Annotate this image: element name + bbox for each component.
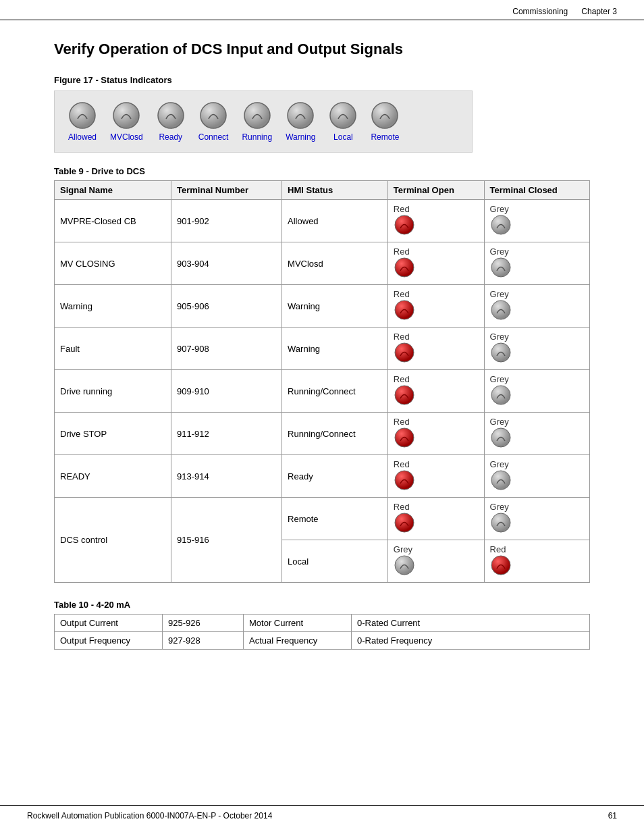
- indicator-local: Local: [329, 101, 357, 142]
- ready-icon: [157, 101, 185, 130]
- indicator-local-label: Local: [333, 132, 353, 142]
- grey-circle-icon: [394, 554, 415, 576]
- col-terminal-open: Terminal Open: [387, 181, 484, 200]
- grey-circle-icon: [490, 299, 512, 321]
- footer-page-number: 61: [608, 811, 617, 820]
- table-row: MVPRE-Closed CB 901-902 Allowed Red Grey: [55, 200, 590, 242]
- grey-circle-icon: [490, 384, 512, 406]
- terminal-open-cell: Red: [387, 498, 484, 540]
- indicator-mvclosd-label: MVClosd: [110, 132, 143, 142]
- allowed-icon: [68, 101, 97, 130]
- terminal-closed-cell: Grey: [484, 498, 589, 540]
- indicator-connect: Connect: [198, 101, 229, 142]
- running-icon: [243, 101, 271, 130]
- grey-circle-icon: [490, 427, 512, 448]
- signal-name-cell: Drive running: [55, 370, 171, 413]
- svg-point-0: [70, 103, 95, 128]
- connect-icon: [199, 101, 227, 130]
- hmi-status-cell: MVClosd: [282, 242, 388, 285]
- terminal-open-cell: Red: [387, 413, 484, 455]
- col-signal-name: Signal Name: [55, 181, 171, 200]
- table10-label: Table 10 - 4-20 mA: [54, 600, 590, 610]
- indicator-remote-label: Remote: [371, 132, 399, 142]
- red-circle-icon: [394, 384, 415, 406]
- terminal-number-cell: 915-916: [171, 498, 282, 583]
- terminal-number-cell: 909-910: [171, 370, 282, 413]
- table-row: Output Current 925-926 Motor Current 0-R…: [55, 615, 590, 632]
- indicator-connect-label: Connect: [198, 132, 229, 142]
- hmi-status-cell: Warning: [282, 328, 388, 370]
- red-circle-icon: [394, 512, 415, 533]
- indicator-ready-label: Ready: [159, 132, 182, 142]
- page-header: Commissioning Chapter 3: [0, 0, 644, 20]
- table-row: READY 913-914 Ready Red Grey: [55, 455, 590, 498]
- table-row: DCS control 915-916 Remote Red Grey: [55, 498, 590, 540]
- svg-point-4: [244, 103, 270, 128]
- terminal-number-cell: 905-906: [171, 285, 282, 328]
- hmi-status-cell: Remote: [282, 498, 388, 540]
- grey-circle-icon: [490, 469, 512, 491]
- output-frequency-label: Output Frequency: [55, 632, 163, 650]
- table-row: Warning 905-906 Warning Red Grey: [55, 285, 590, 328]
- signal-name-cell: Drive STOP: [55, 413, 171, 455]
- output-frequency-terminal: 927-928: [163, 632, 244, 650]
- mvclosd-icon: [112, 101, 140, 130]
- red-circle-icon: [394, 427, 415, 448]
- terminal-open-cell: Grey: [387, 540, 484, 583]
- table-row: Drive running 909-910 Running/Connect Re…: [55, 370, 590, 413]
- terminal-number-cell: 911-912: [171, 413, 282, 455]
- signal-name-cell: DCS control: [55, 498, 171, 583]
- indicator-running: Running: [242, 101, 272, 142]
- terminal-number-cell: 901-902: [171, 200, 282, 242]
- red-circle-icon: [394, 469, 415, 491]
- output-frequency-type: Actual Frequency: [244, 632, 352, 650]
- terminal-number-cell: 913-914: [171, 455, 282, 498]
- signal-name-cell: MV CLOSING: [55, 242, 171, 285]
- red-circle-icon: [394, 299, 415, 321]
- col-terminal-number: Terminal Number: [171, 181, 282, 200]
- svg-point-2: [158, 103, 184, 128]
- grey-circle-icon: [490, 257, 512, 278]
- signal-name-cell: READY: [55, 455, 171, 498]
- terminal-closed-cell: Grey: [484, 370, 589, 413]
- indicator-allowed-label: Allowed: [68, 132, 97, 142]
- local-icon: [329, 101, 357, 130]
- terminal-open-cell: Red: [387, 200, 484, 242]
- terminal-closed-cell: Grey: [484, 285, 589, 328]
- terminal-open-cell: Red: [387, 455, 484, 498]
- red-circle-icon: [394, 214, 415, 236]
- table9-label: Table 9 - Drive to DCS: [54, 166, 590, 176]
- table-row: Fault 907-908 Warning Red Grey: [55, 328, 590, 370]
- terminal-closed-cell: Red: [484, 540, 589, 583]
- hmi-status-cell: Running/Connect: [282, 413, 388, 455]
- indicator-remote: Remote: [371, 101, 399, 142]
- indicator-mvclosd: MVClosd: [110, 101, 143, 142]
- svg-point-5: [288, 103, 313, 128]
- grey-circle-icon: [490, 512, 512, 533]
- indicator-allowed: Allowed: [68, 101, 97, 142]
- table9: Signal Name Terminal Number HMI Status T…: [54, 180, 590, 583]
- signal-name-cell: Warning: [55, 285, 171, 328]
- table9-header-row: Signal Name Terminal Number HMI Status T…: [55, 181, 590, 200]
- chapter-label: Chapter 3: [581, 7, 617, 16]
- output-current-rated: 0-Rated Current: [352, 615, 590, 632]
- hmi-status-cell: Warning: [282, 285, 388, 328]
- hmi-status-cell: Allowed: [282, 200, 388, 242]
- svg-point-1: [113, 103, 139, 128]
- grey-circle-icon: [490, 342, 512, 363]
- svg-point-7: [372, 103, 398, 128]
- terminal-open-cell: Red: [387, 242, 484, 285]
- col-terminal-closed: Terminal Closed: [484, 181, 589, 200]
- terminal-closed-cell: Grey: [484, 328, 589, 370]
- output-current-label: Output Current: [55, 615, 163, 632]
- indicator-warning: Warning: [286, 101, 315, 142]
- terminal-open-cell: Red: [387, 328, 484, 370]
- terminal-closed-cell: Grey: [484, 455, 589, 498]
- col-hmi-status: HMI Status: [282, 181, 388, 200]
- terminal-closed-cell: Grey: [484, 200, 589, 242]
- terminal-number-cell: 903-904: [171, 242, 282, 285]
- page-footer: Rockwell Automation Publication 6000-IN0…: [0, 805, 644, 820]
- section-label: Commissioning: [512, 7, 568, 16]
- page-title: Verify Operation of DCS Input and Output…: [54, 41, 590, 58]
- terminal-open-cell: Red: [387, 285, 484, 328]
